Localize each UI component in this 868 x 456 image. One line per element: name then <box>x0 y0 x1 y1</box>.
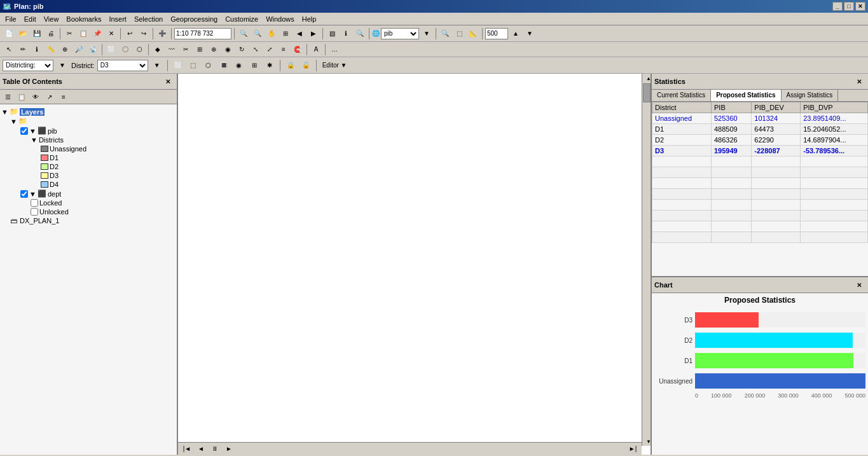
select-tool[interactable]: ↖ <box>3 43 15 56</box>
menu-selection[interactable]: Selection <box>130 14 167 24</box>
zoom-out-button[interactable]: 🔍 <box>251 27 264 40</box>
layout-button[interactable]: 📐 <box>467 27 479 40</box>
pan-button[interactable]: ✋ <box>265 27 278 40</box>
map-nav-next[interactable]: ► <box>223 443 235 455</box>
snap-tool[interactable]: 🧲 <box>291 43 304 56</box>
save-button[interactable]: 💾 <box>31 27 43 40</box>
full-extent-button[interactable]: ⊞ <box>279 27 292 40</box>
search-button[interactable]: 🔍 <box>354 27 366 40</box>
table-row[interactable]: D1 488509 64473 15.2046052... <box>652 124 868 135</box>
rect-select[interactable]: ⬜ <box>105 43 118 56</box>
dist-tool2[interactable]: ⬚ <box>187 59 200 72</box>
gps-tool[interactable]: 📡 <box>86 43 99 56</box>
tab-proposed-statistics[interactable]: Proposed Statistics <box>711 90 781 101</box>
buffer-tool[interactable]: ◉ <box>221 43 234 56</box>
tab-current-statistics[interactable]: Current Statistics <box>652 90 711 101</box>
toc-source-view[interactable]: 📋 <box>15 90 28 103</box>
menu-windows[interactable]: Windows <box>262 14 298 24</box>
locked-checkbox[interactable] <box>31 199 38 207</box>
map-area[interactable]: ▲ ▼ ◄ ► |◄ ◄ ⏸ ► ►| <box>178 74 652 455</box>
lasso-select[interactable]: 〇 <box>119 43 132 56</box>
vertex-tool[interactable]: ◆ <box>151 43 164 56</box>
map-dropdown-button[interactable]: ▼ <box>420 27 433 40</box>
merge-tool[interactable]: ⊞ <box>193 43 206 56</box>
scroll-down-button[interactable]: ▼ <box>642 437 652 446</box>
redo-button[interactable]: ↪ <box>137 27 150 40</box>
delete-button[interactable]: ✕ <box>105 27 118 40</box>
chart-close-button[interactable]: ✕ <box>853 279 865 291</box>
cut-button[interactable]: ✂ <box>63 27 76 40</box>
more-tools[interactable]: … <box>328 43 341 56</box>
select-button[interactable]: ▧ <box>326 27 338 40</box>
toc-dx-plan[interactable]: 🗃 DX_PLAN_1 <box>0 216 177 225</box>
dist-tool3[interactable]: ⬡ <box>202 59 215 72</box>
toc-options-button[interactable]: ≡ <box>57 90 70 103</box>
toc-pib-layer[interactable]: ▼ ⬛ pib <box>0 126 177 135</box>
map-scrollbar-vertical[interactable]: ▲ ▼ <box>642 74 651 446</box>
undo-button[interactable]: ↩ <box>123 27 136 40</box>
copy-button[interactable]: 📋 <box>77 27 90 40</box>
poly-select[interactable]: ⬡ <box>133 43 146 56</box>
tab-assign-statistics[interactable]: Assign Statistics <box>782 90 839 101</box>
annotation-tool[interactable]: A <box>310 43 322 56</box>
menu-customize[interactable]: Customize <box>221 14 262 24</box>
districting-select[interactable]: Districting: <box>3 60 53 71</box>
dept-checkbox[interactable] <box>20 190 28 198</box>
toc-close-button[interactable]: ✕ <box>162 75 174 88</box>
identify-button[interactable]: ℹ <box>340 27 352 40</box>
info-tool[interactable]: ℹ <box>31 43 43 56</box>
scroll-thumb-v[interactable] <box>643 83 651 102</box>
menu-help[interactable]: Help <box>298 14 320 24</box>
dist-tool1[interactable]: ⬜ <box>172 59 184 72</box>
cut-poly[interactable]: ✂ <box>179 43 192 56</box>
table-row[interactable]: Unassigned 525360 101324 23.8951409... <box>652 113 868 124</box>
toc-selection-view[interactable]: ↗ <box>43 90 56 103</box>
toc-layers-group[interactable]: ▼ 📁 Layers <box>0 107 177 116</box>
zoom-level-down[interactable]: ▼ <box>523 27 536 40</box>
dist-tool6[interactable]: ⊞ <box>248 59 261 72</box>
dist-tool5[interactable]: ◉ <box>233 59 245 72</box>
toc-d2[interactable]: D2 <box>0 162 177 171</box>
overview-button[interactable]: ⬚ <box>453 27 465 40</box>
editor-button[interactable]: Editor ▼ <box>320 59 349 72</box>
menu-bookmarks[interactable]: Bookmarks <box>62 14 105 24</box>
toc-unlocked[interactable]: Unlocked <box>0 207 177 216</box>
district-select[interactable]: D3 <box>97 60 148 71</box>
pib-checkbox[interactable] <box>20 127 28 135</box>
menu-view[interactable]: View <box>40 14 63 24</box>
prev-extent-button[interactable]: ◀ <box>293 27 306 40</box>
dist-tool4[interactable]: 🔳 <box>217 59 230 72</box>
toc-locked[interactable]: Locked <box>0 198 177 207</box>
reshape-tool[interactable]: ⤢ <box>263 43 276 56</box>
district-dropdown[interactable]: ▼ <box>151 59 163 72</box>
edit-tool[interactable]: ✏ <box>17 43 29 56</box>
scroll-up-button[interactable]: ▲ <box>642 74 652 83</box>
menu-geoprocessing[interactable]: Geoprocessing <box>167 14 221 24</box>
measure-tool[interactable]: 📏 <box>45 43 57 56</box>
maximize-button[interactable]: □ <box>844 2 854 11</box>
table-row[interactable]: D2 486326 62290 14.6897904... <box>652 135 868 146</box>
print-button[interactable]: 🖨 <box>45 27 57 40</box>
map-select[interactable]: pib <box>381 28 419 39</box>
table-row[interactable]: D3 195949 -228087 -53.789536... <box>652 146 868 156</box>
toc-visibility-view[interactable]: 👁 <box>29 90 42 103</box>
find-tool[interactable]: 🔎 <box>72 43 85 56</box>
next-extent-button[interactable]: ▶ <box>307 27 320 40</box>
magnify-button[interactable]: 🔍 <box>439 27 451 40</box>
zoom-level-up[interactable]: ▲ <box>509 27 522 40</box>
dist-lock[interactable]: 🔒 <box>284 59 297 72</box>
minimize-button[interactable]: _ <box>832 2 843 11</box>
toc-d1[interactable]: D1 <box>0 153 177 162</box>
scale-input[interactable] <box>174 28 231 39</box>
align-tool[interactable]: ≡ <box>277 43 290 56</box>
map-nav-prev[interactable]: ◄ <box>195 443 207 455</box>
add-data-button[interactable]: ➕ <box>156 27 169 40</box>
menu-edit[interactable]: Edit <box>20 14 40 24</box>
toc-unassigned[interactable]: Unassigned <box>0 144 177 153</box>
unlocked-checkbox[interactable] <box>31 208 38 216</box>
close-button[interactable]: ✕ <box>855 2 865 11</box>
menu-file[interactable]: File <box>1 14 20 24</box>
stats-close-button[interactable]: ✕ <box>853 75 865 88</box>
toc-dept-layer[interactable]: ▼ ⬛ dept <box>0 189 177 198</box>
paste-button[interactable]: 📌 <box>91 27 104 40</box>
